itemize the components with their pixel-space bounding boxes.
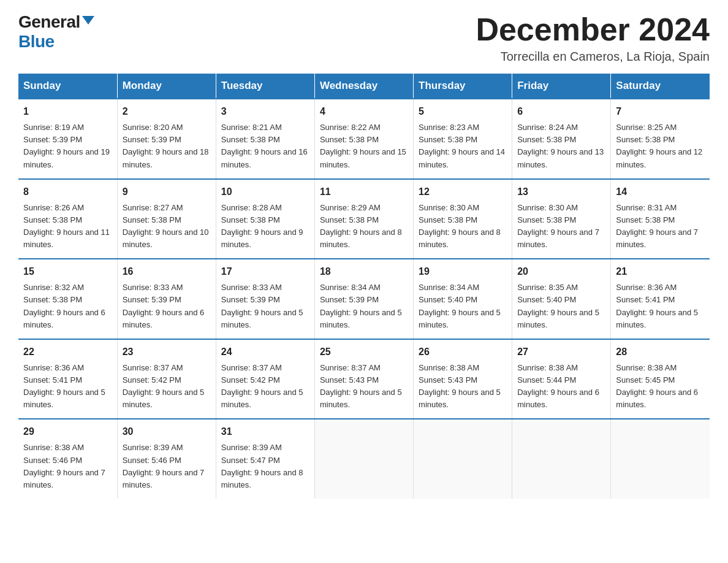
calendar-cell: 6Sunrise: 8:24 AMSunset: 5:38 PMDaylight… [512, 99, 611, 179]
header-thursday: Thursday [414, 74, 512, 99]
day-number: 16 [123, 264, 211, 279]
day-sun-info: Sunrise: 8:38 AMSunset: 5:43 PMDaylight:… [419, 362, 507, 412]
day-number: 30 [123, 424, 211, 439]
logo-triangle-icon [82, 16, 94, 25]
day-sun-info: Sunrise: 8:24 AMSunset: 5:38 PMDaylight:… [517, 121, 605, 171]
month-title: December 2024 [476, 12, 710, 47]
day-sun-info: Sunrise: 8:36 AMSunset: 5:41 PMDaylight:… [616, 282, 705, 331]
day-number: 7 [616, 104, 705, 119]
day-number: 27 [517, 345, 605, 359]
calendar-cell: 1Sunrise: 8:19 AMSunset: 5:39 PMDaylight… [18, 99, 117, 179]
day-number: 12 [419, 185, 507, 199]
day-sun-info: Sunrise: 8:19 AMSunset: 5:39 PMDaylight:… [23, 121, 112, 171]
calendar-week-row: 29Sunrise: 8:38 AMSunset: 5:46 PMDayligh… [18, 419, 710, 499]
day-sun-info: Sunrise: 8:33 AMSunset: 5:39 PMDaylight:… [123, 282, 211, 331]
calendar-cell: 31Sunrise: 8:39 AMSunset: 5:47 PMDayligh… [216, 419, 314, 499]
logo-general-text: General [18, 12, 80, 32]
day-sun-info: Sunrise: 8:20 AMSunset: 5:39 PMDaylight:… [123, 121, 211, 171]
calendar-cell: 11Sunrise: 8:29 AMSunset: 5:38 PMDayligh… [314, 179, 413, 259]
day-number: 28 [616, 345, 705, 359]
day-number: 31 [221, 424, 309, 439]
calendar-cell: 28Sunrise: 8:38 AMSunset: 5:45 PMDayligh… [611, 339, 710, 419]
calendar-cell: 30Sunrise: 8:39 AMSunset: 5:46 PMDayligh… [117, 419, 216, 499]
day-number: 22 [23, 345, 112, 359]
calendar-cell: 13Sunrise: 8:30 AMSunset: 5:38 PMDayligh… [512, 179, 611, 259]
calendar-cell: 7Sunrise: 8:25 AMSunset: 5:38 PMDaylight… [611, 99, 710, 179]
day-sun-info: Sunrise: 8:26 AMSunset: 5:38 PMDaylight:… [23, 202, 112, 251]
calendar-cell: 17Sunrise: 8:33 AMSunset: 5:39 PMDayligh… [216, 259, 314, 339]
calendar-cell: 16Sunrise: 8:33 AMSunset: 5:39 PMDayligh… [117, 259, 216, 339]
calendar-cell: 10Sunrise: 8:28 AMSunset: 5:38 PMDayligh… [216, 179, 314, 259]
day-number: 23 [123, 345, 211, 359]
day-sun-info: Sunrise: 8:38 AMSunset: 5:44 PMDaylight:… [517, 362, 605, 412]
calendar-week-row: 1Sunrise: 8:19 AMSunset: 5:39 PMDaylight… [18, 99, 710, 179]
calendar-cell: 12Sunrise: 8:30 AMSunset: 5:38 PMDayligh… [414, 179, 512, 259]
day-sun-info: Sunrise: 8:39 AMSunset: 5:46 PMDaylight:… [123, 442, 211, 491]
calendar-cell: 25Sunrise: 8:37 AMSunset: 5:43 PMDayligh… [314, 339, 413, 419]
day-sun-info: Sunrise: 8:28 AMSunset: 5:38 PMDaylight:… [221, 202, 309, 251]
day-sun-info: Sunrise: 8:33 AMSunset: 5:39 PMDaylight:… [221, 282, 309, 331]
day-number: 19 [419, 264, 507, 279]
day-number: 14 [616, 185, 705, 199]
calendar-cell [512, 419, 611, 499]
logo: General Blue [18, 12, 94, 52]
calendar-cell: 15Sunrise: 8:32 AMSunset: 5:38 PMDayligh… [18, 259, 117, 339]
day-sun-info: Sunrise: 8:29 AMSunset: 5:38 PMDaylight:… [320, 202, 408, 251]
day-sun-info: Sunrise: 8:37 AMSunset: 5:43 PMDaylight:… [320, 362, 408, 412]
logo-blue-text: Blue [18, 32, 55, 52]
day-sun-info: Sunrise: 8:30 AMSunset: 5:38 PMDaylight:… [419, 202, 507, 251]
header-friday: Friday [512, 74, 611, 99]
day-number: 15 [23, 264, 112, 279]
day-sun-info: Sunrise: 8:37 AMSunset: 5:42 PMDaylight:… [123, 362, 211, 412]
day-number: 26 [419, 345, 507, 359]
calendar-cell: 9Sunrise: 8:27 AMSunset: 5:38 PMDaylight… [117, 179, 216, 259]
day-sun-info: Sunrise: 8:38 AMSunset: 5:46 PMDaylight:… [23, 442, 112, 491]
calendar-cell: 24Sunrise: 8:37 AMSunset: 5:42 PMDayligh… [216, 339, 314, 419]
day-number: 25 [320, 345, 408, 359]
calendar-cell: 27Sunrise: 8:38 AMSunset: 5:44 PMDayligh… [512, 339, 611, 419]
day-sun-info: Sunrise: 8:34 AMSunset: 5:39 PMDaylight:… [320, 282, 408, 331]
calendar-cell: 23Sunrise: 8:37 AMSunset: 5:42 PMDayligh… [117, 339, 216, 419]
day-number: 29 [23, 424, 112, 439]
calendar-cell: 29Sunrise: 8:38 AMSunset: 5:46 PMDayligh… [18, 419, 117, 499]
day-sun-info: Sunrise: 8:27 AMSunset: 5:38 PMDaylight:… [123, 202, 211, 251]
calendar-cell: 22Sunrise: 8:36 AMSunset: 5:41 PMDayligh… [18, 339, 117, 419]
day-sun-info: Sunrise: 8:22 AMSunset: 5:38 PMDaylight:… [320, 121, 408, 171]
day-number: 3 [221, 104, 309, 119]
day-number: 9 [123, 185, 211, 199]
calendar-cell: 20Sunrise: 8:35 AMSunset: 5:40 PMDayligh… [512, 259, 611, 339]
day-number: 2 [123, 104, 211, 119]
calendar-week-row: 15Sunrise: 8:32 AMSunset: 5:38 PMDayligh… [18, 259, 710, 339]
day-number: 20 [517, 264, 605, 279]
calendar-cell: 8Sunrise: 8:26 AMSunset: 5:38 PMDaylight… [18, 179, 117, 259]
header-tuesday: Tuesday [216, 74, 314, 99]
day-number: 24 [221, 345, 309, 359]
day-sun-info: Sunrise: 8:39 AMSunset: 5:47 PMDaylight:… [221, 442, 309, 491]
calendar-week-row: 22Sunrise: 8:36 AMSunset: 5:41 PMDayligh… [18, 339, 710, 419]
calendar-cell: 5Sunrise: 8:23 AMSunset: 5:38 PMDaylight… [414, 99, 512, 179]
title-section: December 2024 Torrecilla en Cameros, La … [476, 12, 710, 64]
calendar-cell: 2Sunrise: 8:20 AMSunset: 5:39 PMDaylight… [117, 99, 216, 179]
day-number: 4 [320, 104, 408, 119]
day-number: 8 [23, 185, 112, 199]
day-sun-info: Sunrise: 8:34 AMSunset: 5:40 PMDaylight:… [419, 282, 507, 331]
day-sun-info: Sunrise: 8:21 AMSunset: 5:38 PMDaylight:… [221, 121, 309, 171]
day-number: 13 [517, 185, 605, 199]
day-sun-info: Sunrise: 8:30 AMSunset: 5:38 PMDaylight:… [517, 202, 605, 251]
header-sunday: Sunday [18, 74, 117, 99]
day-sun-info: Sunrise: 8:32 AMSunset: 5:38 PMDaylight:… [23, 282, 112, 331]
calendar-cell [414, 419, 512, 499]
day-number: 17 [221, 264, 309, 279]
day-number: 21 [616, 264, 705, 279]
day-number: 18 [320, 264, 408, 279]
day-number: 10 [221, 185, 309, 199]
calendar-cell: 26Sunrise: 8:38 AMSunset: 5:43 PMDayligh… [414, 339, 512, 419]
day-sun-info: Sunrise: 8:25 AMSunset: 5:38 PMDaylight:… [616, 121, 705, 171]
day-sun-info: Sunrise: 8:35 AMSunset: 5:40 PMDaylight:… [517, 282, 605, 331]
page-header: General Blue December 2024 Torrecilla en… [18, 12, 710, 64]
day-sun-info: Sunrise: 8:23 AMSunset: 5:38 PMDaylight:… [419, 121, 507, 171]
calendar-cell: 21Sunrise: 8:36 AMSunset: 5:41 PMDayligh… [611, 259, 710, 339]
calendar-cell: 3Sunrise: 8:21 AMSunset: 5:38 PMDaylight… [216, 99, 314, 179]
location-subtitle: Torrecilla en Cameros, La Rioja, Spain [476, 50, 710, 64]
day-sun-info: Sunrise: 8:31 AMSunset: 5:38 PMDaylight:… [616, 202, 705, 251]
